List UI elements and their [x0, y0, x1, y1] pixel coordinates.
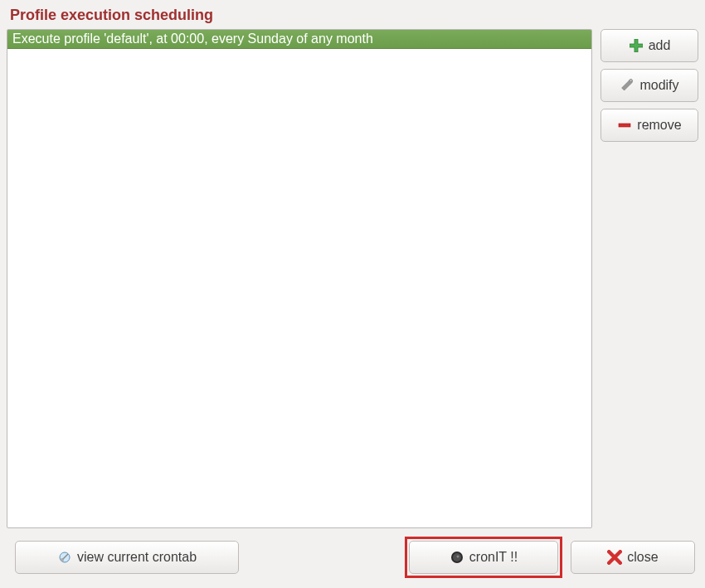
modify-button[interactable]: modify — [600, 69, 698, 102]
content-row: Execute profile 'default', at 00:00, eve… — [7, 29, 698, 528]
view-crontab-button[interactable]: view current crontab — [15, 541, 239, 574]
cronit-button[interactable]: cronIT !! — [409, 541, 558, 574]
dialog-footer: view current crontab cronIT !! — [7, 528, 698, 588]
add-button[interactable]: add — [600, 29, 698, 62]
highlighted-cronit: cronIT !! — [405, 537, 562, 578]
scheduling-dialog: Profile execution scheduling Execute pro… — [0, 0, 705, 588]
remove-button-label: remove — [637, 118, 681, 133]
remove-button[interactable]: remove — [600, 109, 698, 142]
svg-point-2 — [61, 558, 64, 561]
clock-icon — [450, 550, 464, 565]
side-buttons: add modify remove — [600, 29, 698, 528]
crontab-icon — [57, 550, 72, 565]
close-button-label: close — [627, 550, 658, 565]
add-icon — [629, 38, 644, 53]
view-crontab-label: view current crontab — [77, 550, 197, 565]
dialog-title: Profile execution scheduling — [7, 0, 698, 29]
wrench-icon — [620, 78, 634, 93]
cronit-button-label: cronIT !! — [469, 550, 518, 565]
svg-point-5 — [456, 556, 459, 558]
schedule-item-label: Execute profile 'default', at 00:00, eve… — [12, 32, 373, 46]
schedule-list[interactable]: Execute profile 'default', at 00:00, eve… — [7, 29, 592, 528]
close-button[interactable]: close — [571, 541, 695, 574]
schedule-list-item[interactable]: Execute profile 'default', at 00:00, eve… — [7, 30, 591, 49]
add-button-label: add — [649, 38, 671, 53]
remove-icon — [617, 118, 632, 133]
svg-rect-0 — [619, 124, 630, 127]
close-icon — [607, 550, 622, 565]
modify-button-label: modify — [639, 78, 678, 93]
